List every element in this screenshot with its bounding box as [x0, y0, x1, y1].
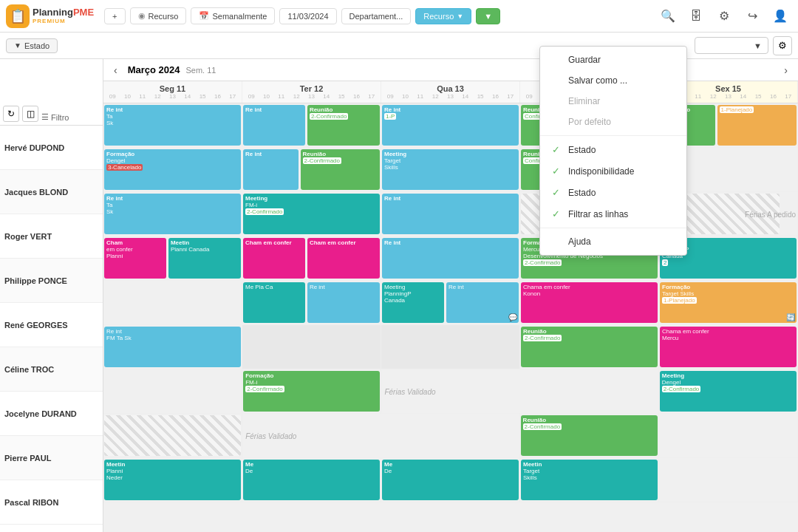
- date-button[interactable]: 11/03/2024: [279, 8, 336, 24]
- cell-herve-mon: Re int TaSk: [103, 103, 242, 147]
- day-header-wed: Qua 13 091011121314151617: [381, 81, 520, 103]
- cell-roger-mon: Re int TaSk: [103, 192, 242, 236]
- logo-premium: PREMIUM: [33, 18, 94, 24]
- event-block[interactable]: Re int TaSk: [104, 105, 241, 146]
- event-block[interactable]: Cham em confer: [307, 238, 380, 279]
- filter-icon: ▼: [484, 12, 492, 21]
- event-block[interactable]: Re int: [307, 282, 380, 323]
- semanalmente-label: Semanalmente: [212, 12, 267, 21]
- row-roger: Re int TaSk Meeting FM-i 2-Confirmado: [103, 192, 798, 236]
- estado-filter[interactable]: ▼ Estado: [6, 38, 58, 53]
- view-dropdown[interactable]: ▼: [695, 37, 768, 54]
- cell-rene-mon: [103, 281, 242, 324]
- event-block[interactable]: Formação FM-i 2-Confirmado: [243, 371, 380, 412]
- event-block[interactable]: Re int 💬: [446, 282, 519, 323]
- event-block[interactable]: Re int TaSk: [104, 194, 241, 234]
- recurso2-button[interactable]: Recurso ▼: [415, 8, 471, 24]
- event-block[interactable]: Meeting Dengel 2-Confirmado: [660, 371, 797, 412]
- cell-herve-tue: Re int Reunião 2-Confirmado: [242, 103, 381, 147]
- row-rene: Me Pla Ca Re int Meeting PlanningP Canad…: [103, 281, 798, 325]
- resource-row: Roger VERT: [0, 214, 103, 259]
- cell-pierre-thu: Reunião 2-Confirmado: [520, 414, 659, 457]
- menu-salvar[interactable]: Salvar como ...: [540, 70, 686, 91]
- cell-pierre-tue-wed: Férias Validado: [242, 414, 519, 457]
- resource-name: Pierre PAUL: [4, 454, 51, 463]
- cell-celine-thu: Reunião 2-Confirmado: [520, 325, 659, 369]
- menu-eliminar: Eliminar: [540, 91, 686, 112]
- collapse-btn[interactable]: ◫: [22, 106, 38, 122]
- event-block[interactable]: Re int: [382, 194, 519, 234]
- menu-indisponibilidade[interactable]: ✓ Indisponibilidade: [540, 160, 686, 182]
- tb2-settings-btn[interactable]: ⚙: [773, 36, 792, 55]
- cell-philippe-tue: Cham em confer Cham em confer: [242, 236, 381, 280]
- cell-rene-fri: Formação Target Skills 1-Planejado 🔄: [659, 281, 798, 324]
- day-header-mon: Seg 11 091011121314151617: [103, 81, 242, 103]
- event-block[interactable]: Cham em confer: [243, 238, 305, 279]
- menu-estado-1[interactable]: ✓ Estado: [540, 139, 686, 160]
- menu-guardar[interactable]: Guardar: [540, 50, 686, 70]
- recurso-label: Recurso: [149, 12, 179, 21]
- settings-button[interactable]: ⚙: [712, 4, 736, 28]
- resource-row: Jocelyne DURAND: [0, 392, 103, 436]
- event-block[interactable]: Cham em confer Planni: [104, 238, 166, 279]
- cell-jacques-mon: Formação Dengel 3-Cancelado: [103, 148, 242, 191]
- app-logo: 📋 PlanningPME PREMIUM: [6, 4, 94, 28]
- event-block[interactable]: Meeting FM-i 2-Confirmado: [243, 194, 380, 234]
- event-block[interactable]: Me De: [243, 460, 380, 500]
- menu-estado-2[interactable]: ✓ Estado: [540, 182, 686, 203]
- cell-celine-wed: [381, 325, 520, 369]
- cell-roger-wed: Re int: [381, 192, 520, 236]
- recurso-button[interactable]: ◉ Recurso: [130, 7, 187, 24]
- logo-icon: 📋: [6, 4, 30, 28]
- filter-button[interactable]: ▼: [476, 8, 500, 24]
- event-block[interactable]: Formação Target Skills 1-Planejado 🔄: [660, 282, 797, 323]
- event-block[interactable]: Meetin Planni Neder: [104, 460, 241, 500]
- event-block[interactable]: Re int: [243, 105, 305, 146]
- event-block[interactable]: Reunião 2-Confirmado: [301, 149, 380, 190]
- resource-list: Hervé DUPOND Jacques BLOND Roger VERT Ph…: [0, 126, 103, 532]
- search-button[interactable]: 🔍: [656, 4, 680, 28]
- event-block[interactable]: Meeting PlanningP Canada: [382, 282, 444, 323]
- cell-celine-mon: Re int FM Ta Sk: [103, 325, 242, 369]
- event-block[interactable]: Re int: [382, 238, 519, 279]
- menu-sep-1: [540, 135, 686, 136]
- resource-row: Hervé DUPOND: [0, 126, 103, 170]
- event-block[interactable]: Reunião 2-Confirmado: [521, 415, 658, 456]
- event-block[interactable]: Reunião 2-Confirmado: [521, 327, 658, 367]
- event-block[interactable]: Re int 1-P: [382, 105, 519, 146]
- event-block[interactable]: Re int FM Ta Sk: [104, 327, 241, 367]
- menu-filtrar[interactable]: ✓ Filtrar as linhas: [540, 203, 686, 225]
- cell-rene-tue: Me Pla Ca Re int: [242, 281, 381, 324]
- event-block[interactable]: Meetin Target Skills: [521, 460, 658, 500]
- cell-jacques-tue: Re int Reunião 2-Confirmado: [242, 148, 381, 191]
- event-block[interactable]: 1-Planejado: [717, 105, 797, 146]
- cal-week: Sem. 11: [186, 66, 216, 75]
- resource-name: Hervé DUPOND: [4, 143, 64, 152]
- menu-ajuda[interactable]: Ajuda: [540, 231, 686, 252]
- row-pascal: Meetin Planni Neder Me De: [103, 458, 798, 502]
- prev-btn[interactable]: ‹: [109, 64, 122, 76]
- event-block[interactable]: Me De: [382, 460, 519, 500]
- event-block[interactable]: Meeting Target Skills: [382, 149, 519, 190]
- share-button[interactable]: ↪: [740, 4, 764, 28]
- semanalmente-button[interactable]: 📅 Semanalmente: [191, 7, 275, 24]
- next-btn[interactable]: ›: [780, 64, 792, 76]
- add-button[interactable]: +: [104, 8, 125, 24]
- departamento-button[interactable]: Departament...: [341, 8, 412, 24]
- estado-label: Estado: [24, 41, 50, 50]
- cell-rene-thu: Chama em confer Konon: [520, 281, 659, 324]
- event-block[interactable]: Formação Dengel 3-Cancelado: [104, 149, 241, 190]
- event-block[interactable]: Re int: [243, 149, 299, 190]
- user-button[interactable]: 👤: [768, 4, 792, 28]
- event-block[interactable]: Chama em confer Konon: [521, 282, 658, 323]
- event-block[interactable]: Me Pla Ca: [243, 282, 305, 323]
- resource-name: Philippe PONCE: [4, 276, 67, 285]
- event-block[interactable]: Reunião 2-Confirmado: [307, 105, 380, 146]
- event-block[interactable]: Meetin Planni Canada: [168, 238, 241, 279]
- cell-pierre-fri: [659, 414, 798, 457]
- refresh-btn[interactable]: ↻: [3, 106, 19, 122]
- filter-small-icon: ▼: [14, 41, 21, 50]
- database-button[interactable]: 🗄: [684, 4, 708, 28]
- event-block[interactable]: Chama em confer Mercu: [660, 327, 797, 367]
- main-toolbar: 📋 PlanningPME PREMIUM + ◉ Recurso 📅 Sema…: [0, 0, 798, 33]
